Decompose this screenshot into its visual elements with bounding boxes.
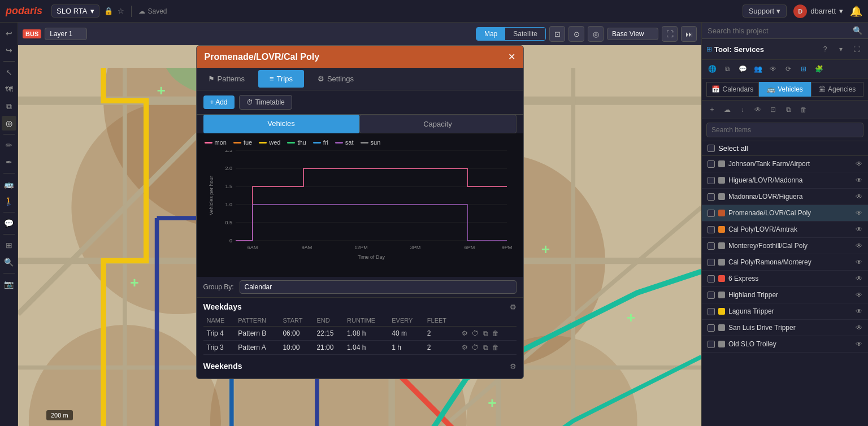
services-active-icon[interactable]: ⊞ xyxy=(797,62,810,76)
help-icon[interactable]: ? xyxy=(818,42,832,56)
chevron-down-icon[interactable]: ▾ xyxy=(834,42,848,56)
eye-icon[interactable]: 👁 xyxy=(766,62,780,76)
visibility-icon[interactable]: 👁 xyxy=(856,209,862,217)
service-item-johnson[interactable]: Johnson/Tank Farm/Airport 👁 xyxy=(702,156,868,172)
settings-icon[interactable]: ⊙ xyxy=(568,26,584,42)
settings-icon[interactable]: ⚙ xyxy=(462,344,468,351)
service-checkbox[interactable] xyxy=(708,308,715,315)
service-item-monterey[interactable]: Monterey/Foothill/Cal Poly 👁 xyxy=(702,238,868,254)
draw-icon[interactable]: ✒ xyxy=(2,155,16,169)
expand-icon[interactable]: ⛶ xyxy=(662,26,678,42)
visibility-icon[interactable]: 👁 xyxy=(856,160,862,168)
search-icon[interactable]: 🔍 xyxy=(853,26,862,35)
satellite-button[interactable]: Satellite xyxy=(505,28,545,40)
layers-icon[interactable]: ⧉ xyxy=(721,62,734,76)
globe-icon[interactable]: 🌐 xyxy=(705,62,719,76)
search-this-project-input[interactable] xyxy=(708,27,849,35)
copy-icon[interactable]: ⧉ xyxy=(483,329,488,337)
visibility-icon[interactable]: 👁 xyxy=(856,324,862,332)
service-item-old-slo-trolley[interactable]: Old SLO Trolley 👁 xyxy=(702,336,868,353)
service-checkbox[interactable] xyxy=(708,177,715,184)
delete-icon[interactable]: 🗑 xyxy=(492,344,499,351)
copy-icon[interactable]: ⧉ xyxy=(782,103,795,116)
service-checkbox[interactable] xyxy=(708,341,715,348)
capacity-tab[interactable]: Capacity xyxy=(359,115,517,133)
add-icon[interactable]: + xyxy=(705,103,719,116)
group-by-select[interactable]: Calendar xyxy=(240,280,517,294)
service-item-madonna[interactable]: Madonna/LOVR/Higuera 👁 xyxy=(702,189,868,205)
undo-icon[interactable]: ↩ xyxy=(2,26,16,41)
support-button[interactable]: Support ▾ xyxy=(743,5,787,18)
cursor-icon[interactable]: ↖ xyxy=(2,65,16,80)
service-checkbox[interactable] xyxy=(708,193,715,201)
puzzle-icon[interactable]: 🧩 xyxy=(812,62,826,76)
redo-icon[interactable]: ↪ xyxy=(2,43,16,58)
vehicles-tab[interactable]: Vehicles xyxy=(203,115,359,133)
patterns-tab[interactable]: ⚑ Patterns xyxy=(197,68,256,90)
person-icon[interactable]: 🚶 xyxy=(2,194,16,208)
close-icon[interactable]: ✕ xyxy=(508,51,515,62)
search-icon[interactable]: 🔍 xyxy=(2,255,16,269)
layers-icon[interactable]: ⧉ xyxy=(2,99,16,114)
settings-tab[interactable]: ⚙ Settings xyxy=(306,68,365,90)
weekdays-settings-icon[interactable]: ⚙ xyxy=(510,303,517,311)
notification-icon[interactable]: 🔔 xyxy=(850,5,862,18)
tab-calendars[interactable]: 📅 Calendars xyxy=(706,82,759,97)
user-menu[interactable]: D dbarrett ▾ xyxy=(793,5,843,18)
grid-icon[interactable]: ⊞ xyxy=(2,238,16,253)
search-items-input[interactable] xyxy=(706,123,863,137)
visibility-icon[interactable]: 👁 xyxy=(856,176,862,184)
comment-icon[interactable]: 💬 xyxy=(2,216,16,231)
cloud-icon[interactable]: ☁ xyxy=(721,103,734,116)
select-all-checkbox[interactable] xyxy=(708,145,715,152)
eye-off-icon[interactable]: 👁 xyxy=(751,103,765,116)
expand-icon[interactable]: ⛶ xyxy=(850,42,863,56)
service-item-laguna[interactable]: Laguna Tripper 👁 xyxy=(702,303,868,320)
service-checkbox[interactable] xyxy=(708,242,715,250)
project-selector[interactable]: SLO RTA ▾ xyxy=(51,5,99,18)
tab-vehicles[interactable]: 🚌 Vehicles xyxy=(759,82,811,97)
service-checkbox[interactable] xyxy=(708,324,715,332)
clock-icon[interactable]: ⏱ xyxy=(472,329,479,337)
visibility-icon[interactable]: 👁 xyxy=(856,242,862,250)
visibility-icon[interactable]: 👁 xyxy=(856,307,862,315)
service-checkbox[interactable] xyxy=(708,275,715,282)
comment-icon[interactable]: 💬 xyxy=(736,62,749,76)
copy-icon[interactable]: ⧉ xyxy=(483,344,488,351)
service-checkbox[interactable] xyxy=(708,210,715,217)
service-checkbox[interactable] xyxy=(708,292,715,299)
map-button[interactable]: Map xyxy=(476,28,505,40)
add-button[interactable]: + Add xyxy=(203,95,235,109)
service-item-promenade[interactable]: Promenade/LOVR/Cal Poly 👁 xyxy=(702,205,868,221)
tab-agencies[interactable]: 🏛 Agencies xyxy=(811,82,863,97)
delete-icon[interactable]: 🗑 xyxy=(797,103,810,116)
settings-icon[interactable]: ⚙ xyxy=(462,329,468,337)
visibility-icon[interactable]: 👁 xyxy=(856,275,862,282)
filter-icon[interactable]: ⊡ xyxy=(766,103,780,116)
service-checkbox[interactable] xyxy=(708,259,715,266)
service-item-6express[interactable]: 6 Express 👁 xyxy=(702,271,868,287)
trips-tab[interactable]: ≡ Trips xyxy=(258,70,304,88)
download-icon[interactable]: ↓ xyxy=(736,103,749,116)
visibility-icon[interactable]: 👁 xyxy=(856,193,862,201)
visibility-icon[interactable]: 👁 xyxy=(856,291,862,299)
edit-icon[interactable]: ✏ xyxy=(2,138,16,153)
weekends-settings-icon[interactable]: ⚙ xyxy=(510,362,517,371)
users-icon[interactable]: 👥 xyxy=(751,62,765,76)
location-icon[interactable]: ◎ xyxy=(2,116,16,131)
select-all-row[interactable]: Select all xyxy=(702,141,868,156)
forward-icon[interactable]: ⏭ xyxy=(681,26,697,42)
timetable-button[interactable]: ⏱ Timetable xyxy=(239,95,292,110)
service-item-calpoly-ramona[interactable]: Cal Poly/Ramona/Monterey 👁 xyxy=(702,254,868,271)
visibility-icon[interactable]: 👁 xyxy=(856,258,862,266)
history-icon[interactable]: ⟳ xyxy=(782,62,795,76)
service-item-calpoly-lovr[interactable]: Cal Poly/LOVR/Amtrak 👁 xyxy=(702,221,868,238)
service-item-sanluisdrive[interactable]: San Luis Drive Tripper 👁 xyxy=(702,320,868,336)
service-checkbox[interactable] xyxy=(708,226,715,233)
map-icon[interactable]: 🗺 xyxy=(2,82,16,97)
globe-icon[interactable]: ◎ xyxy=(588,26,604,42)
base-view-select[interactable]: Base View xyxy=(607,28,658,40)
camera-icon[interactable]: 📷 xyxy=(2,277,16,292)
star-icon[interactable]: ☆ xyxy=(118,7,124,15)
clock-icon[interactable]: ⏱ xyxy=(472,344,479,351)
